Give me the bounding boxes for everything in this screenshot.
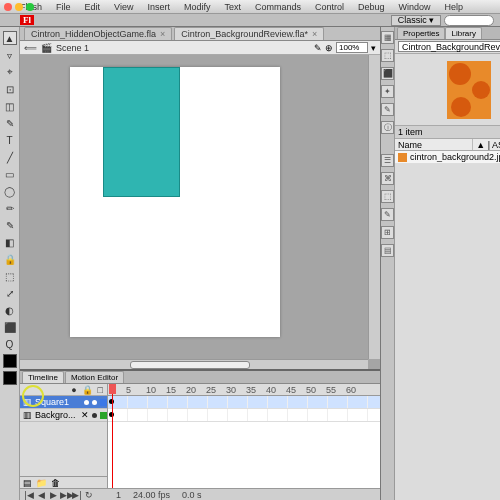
tab-backgroundreview[interactable]: Cintron_BackgroundReview.fla*× [174, 27, 324, 40]
track-background[interactable] [108, 409, 380, 422]
panel-icon[interactable]: ⊞ [381, 226, 394, 239]
3d-rotate-tool[interactable]: ⊡ [3, 82, 17, 96]
panel-icon[interactable]: ▤ [381, 244, 394, 257]
scene-name[interactable]: Scene 1 [56, 43, 89, 53]
step-back-icon[interactable]: ◀ [36, 490, 46, 500]
oval-tool[interactable]: ◯ [3, 184, 17, 198]
panel-icon[interactable]: ✎ [381, 208, 394, 221]
library-item[interactable]: cintron_background2.jpg [395, 151, 500, 164]
tab-library[interactable]: Library [445, 27, 481, 39]
stage-rectangle-shape[interactable] [103, 67, 180, 197]
brush-tool[interactable]: ✎ [3, 218, 17, 232]
new-layer-icon[interactable]: ▤ [23, 478, 32, 488]
menu-insert[interactable]: Insert [147, 2, 170, 12]
delete-layer-icon[interactable]: 🗑 [51, 478, 60, 488]
panel-icon[interactable]: ✎ [381, 103, 394, 116]
loop-icon[interactable]: ↻ [84, 490, 94, 500]
layer-background[interactable]: ▥ Backgro... ✕ [20, 409, 107, 422]
menu-debug[interactable]: Debug [358, 2, 385, 12]
vertical-scrollbar[interactable] [368, 55, 380, 359]
free-transform-tool[interactable]: ⌖ [3, 65, 17, 79]
text-tool[interactable]: T [3, 133, 17, 147]
layer-square1[interactable]: ▥ Square1 [20, 396, 107, 409]
panel-icon[interactable]: ⓘ [381, 121, 394, 134]
outline-swatch[interactable] [100, 412, 107, 419]
eye-icon[interactable]: ● [71, 385, 76, 395]
play-icon[interactable]: ▶ [48, 490, 58, 500]
lasso-tool[interactable]: ◫ [3, 99, 17, 113]
layer-name[interactable]: Square1 [35, 397, 81, 407]
new-folder-icon[interactable]: 📁 [36, 478, 47, 488]
close-icon[interactable]: × [312, 29, 317, 39]
max-traffic[interactable] [26, 3, 34, 11]
track-square1[interactable] [108, 396, 380, 409]
visible-dot[interactable] [84, 400, 89, 405]
lock-dot[interactable] [92, 413, 97, 418]
workspace-switcher[interactable]: Classic ▾ [391, 15, 441, 26]
subselect-tool[interactable]: ▿ [3, 48, 17, 62]
lock-dot[interactable] [92, 400, 97, 405]
fill-color-swatch[interactable] [3, 371, 17, 385]
menu-modify[interactable]: Modify [184, 2, 211, 12]
close-icon[interactable]: × [160, 29, 165, 39]
step-fwd-icon[interactable]: ▶▶ [60, 490, 70, 500]
zoom-dropdown-icon[interactable]: ▾ [371, 43, 376, 53]
panel-icon[interactable]: ⬛ [381, 67, 394, 80]
panel-icon[interactable]: ☰ [381, 154, 394, 167]
menu-window[interactable]: Window [399, 2, 431, 12]
eraser-tool[interactable]: ◐ [3, 303, 17, 317]
layer-name[interactable]: Backgro... [35, 410, 78, 420]
tab-hiddenobject[interactable]: Cintron_HiddenObjectGame.fla× [24, 27, 172, 40]
deco-tool[interactable]: ◧ [3, 235, 17, 249]
frame-ruler[interactable]: 1 5 10 15 20 25 30 35 40 45 50 55 60 [108, 384, 380, 396]
frames-area[interactable]: 1 5 10 15 20 25 30 35 40 45 50 55 60 [108, 384, 380, 488]
panel-icon[interactable]: ⬚ [381, 49, 394, 62]
edit-symbols-icon[interactable]: ⊕ [325, 43, 333, 53]
first-frame-icon[interactable]: |◀ [24, 490, 34, 500]
hand-tool[interactable]: ⬛ [3, 320, 17, 334]
stroke-color-swatch[interactable] [3, 354, 17, 368]
stage-area[interactable] [20, 55, 380, 370]
lock-icon[interactable]: 🔒 [82, 385, 93, 395]
rectangle-tool[interactable]: ▭ [3, 167, 17, 181]
menu-edit[interactable]: Edit [85, 2, 101, 12]
menu-file[interactable]: File [56, 2, 71, 12]
panel-icon[interactable]: ⬚ [381, 190, 394, 203]
horizontal-scrollbar[interactable] [20, 359, 368, 369]
edit-scene-icon[interactable]: ✎ [314, 43, 322, 53]
lock-x-icon[interactable]: ✕ [81, 410, 89, 420]
library-columns[interactable]: Name ▲ | AS Linkage [395, 139, 500, 151]
selection-tool[interactable]: ▲ [3, 31, 17, 45]
menu-text[interactable]: Text [224, 2, 241, 12]
min-traffic[interactable] [15, 3, 23, 11]
panel-icon[interactable]: ✦ [381, 85, 394, 98]
menu-control[interactable]: Control [315, 2, 344, 12]
line-tool[interactable]: ╱ [3, 150, 17, 164]
stage[interactable] [70, 67, 280, 337]
tab-timeline[interactable]: Timeline [22, 371, 64, 383]
back-icon[interactable]: ⟸ [24, 43, 37, 53]
zoom-tool[interactable]: Q [3, 337, 17, 351]
outline-swatch[interactable] [100, 399, 107, 406]
pen-tool[interactable]: ✎ [3, 116, 17, 130]
help-search[interactable] [444, 15, 494, 26]
pencil-tool[interactable]: ✏ [3, 201, 17, 215]
zoom-input[interactable] [336, 42, 368, 53]
close-traffic[interactable] [4, 3, 12, 11]
last-frame-icon[interactable]: ▶| [72, 490, 82, 500]
bone-tool[interactable]: 🔒 [3, 252, 17, 266]
menu-commands[interactable]: Commands [255, 2, 301, 12]
panel-icon[interactable]: ⌘ [381, 172, 394, 185]
scroll-thumb[interactable] [130, 361, 250, 369]
menu-view[interactable]: View [114, 2, 133, 12]
playhead[interactable] [112, 384, 113, 488]
item-count: 1 item [398, 127, 423, 137]
panel-icon[interactable]: ▦ [381, 31, 394, 44]
tab-properties[interactable]: Properties [397, 27, 445, 39]
library-document-dropdown[interactable]: Cintron_BackgroundReview.fla [398, 41, 500, 52]
tab-motion-editor[interactable]: Motion Editor [65, 371, 124, 383]
outline-icon[interactable]: □ [98, 385, 103, 395]
paint-bucket-tool[interactable]: ⬚ [3, 269, 17, 283]
eyedropper-tool[interactable]: ⤢ [3, 286, 17, 300]
menu-help[interactable]: Help [445, 2, 464, 12]
